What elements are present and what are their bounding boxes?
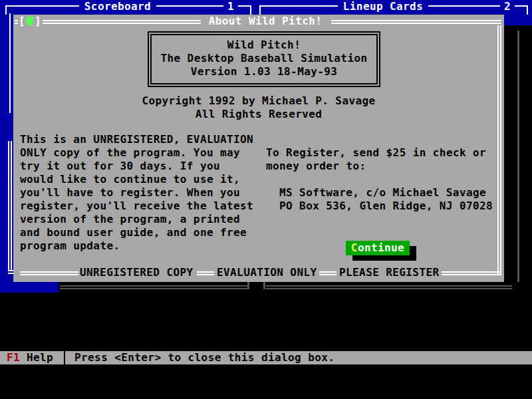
body-line: register, you'll receive the latest (20, 200, 253, 213)
dos-screen: UNREGISTERED Wild Pitch! 1.03 Baseball S… (0, 0, 532, 399)
body-line: would like to continue to use it, (20, 173, 253, 186)
shadowed-window-border (266, 285, 512, 289)
body-line: try it out for 30 days. If you (20, 160, 253, 173)
frame-line (515, 5, 521, 7)
dialog-title: About Wild Pitch! (201, 15, 330, 28)
window-title: Scoreboard (79, 0, 156, 13)
evaluation-text: This is an UNREGISTERED, EVALUATION ONLY… (20, 133, 253, 253)
frame-corner (245, 5, 251, 15)
frame-corner (521, 5, 528, 15)
frame-line (428, 5, 500, 7)
copyright-line: Copyright 1992 by Michael P. Savage (13, 94, 504, 108)
window-border-fragment (9, 13, 11, 113)
body-line: ONLY copy of the program. You may (20, 146, 253, 160)
frame-line (442, 271, 501, 275)
shadowed-window-border (247, 282, 249, 289)
status-message: Press <Enter> to close this dialog box. (74, 351, 334, 364)
frame-corner (259, 5, 266, 15)
frame-line (12, 5, 79, 7)
footer-evaluation: EVALUATION ONLY (217, 266, 317, 279)
desktop: Scoreboard 1 Lineup Cards 2 (0, 0, 532, 293)
dialog-shadow-right (504, 25, 532, 293)
register-instructions: To Register, send $25 in check or money … (266, 146, 486, 173)
version-box-inner: Wild Pitch! The Desktop Baseball Simulat… (150, 34, 378, 84)
window-number: 2 (500, 0, 515, 13)
frame-line (238, 5, 245, 7)
register-line: money order to: (266, 160, 486, 173)
body-line: version of the program, a printed (20, 213, 253, 226)
about-dialog: [] About Wild Pitch! Wild Pitch! The Des… (13, 15, 504, 282)
frame-line (266, 5, 338, 7)
body-line: you'll have to register. When you (20, 186, 253, 200)
frame-line (197, 271, 214, 275)
version-box: Wild Pitch! The Desktop Baseball Simulat… (148, 31, 380, 87)
shadowed-window-border (60, 285, 247, 289)
body-line: This is an UNREGISTERED, EVALUATION (20, 133, 253, 146)
address-line: PO Box 536, Glen Ridge, NJ 07028 (279, 200, 493, 213)
register-line: To Register, send $25 in check or (266, 146, 486, 160)
window-lineup-cards-titlebar[interactable]: Lineup Cards 2 (259, 0, 528, 13)
frame-line (43, 20, 201, 24)
frame-line (15, 20, 18, 24)
window-border-fragment (8, 141, 12, 271)
close-button[interactable]: [] (19, 15, 41, 28)
product-name: Wild Pitch! (152, 39, 376, 52)
window-number: 1 (223, 0, 238, 13)
address-line: MS Software, c/o Michael Savage (279, 186, 493, 200)
frame-line (156, 5, 223, 7)
body-line: and bound user guide, and one free (20, 226, 253, 239)
footer-unregistered: UNREGISTERED COPY (80, 266, 194, 279)
shadowed-window-border (517, 31, 519, 282)
f1-help-label[interactable]: Help (27, 351, 53, 364)
f1-help-key[interactable]: F1 (7, 351, 20, 364)
rights-line: All Rights Reserved (13, 108, 504, 121)
window-title: Lineup Cards (338, 0, 428, 13)
continue-button[interactable]: Continue (346, 241, 410, 255)
status-divider (64, 351, 65, 364)
status-bar: F1 Help Press <Enter> to close this dial… (0, 351, 532, 364)
frame-line (497, 25, 501, 274)
register-address: MS Software, c/o Michael Savage PO Box 5… (279, 186, 493, 213)
product-tagline: The Desktop Baseball Simulation (152, 52, 376, 65)
shadowed-window-border (263, 282, 265, 289)
frame-line (20, 271, 78, 275)
product-version: Version 1.03 18-May-93 (152, 65, 376, 78)
frame-line (331, 20, 501, 24)
window-scoreboard-titlebar[interactable]: Scoreboard 1 (5, 0, 251, 13)
footer-register: PLEASE REGISTER (339, 266, 440, 279)
dialog-shadow-bottom (59, 282, 516, 293)
frame-corner (5, 5, 12, 15)
close-icon (27, 17, 33, 25)
frame-line (319, 271, 336, 275)
body-line: program update. (20, 239, 253, 253)
